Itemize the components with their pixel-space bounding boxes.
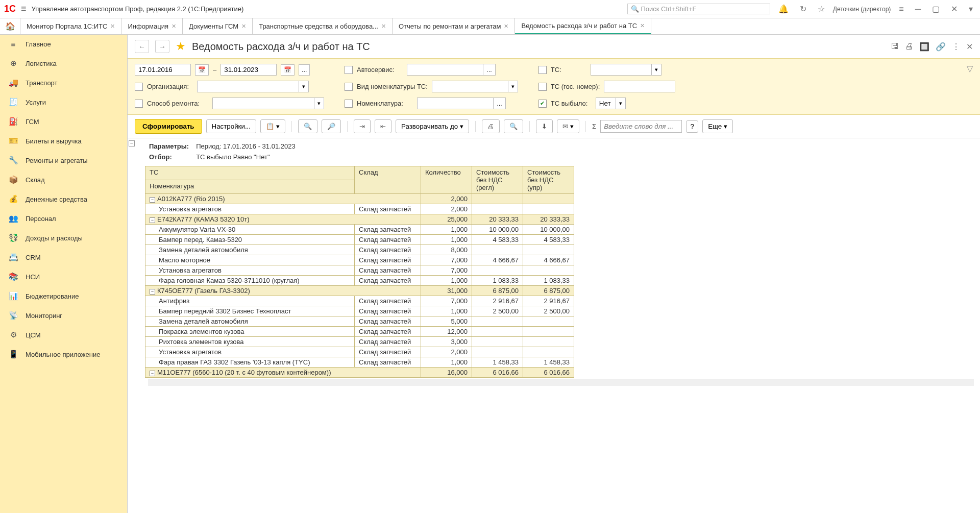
table-row[interactable]: Замена деталей автомобиляСклад запчастей…: [145, 316, 574, 327]
print-preview-button[interactable]: 🔍: [504, 119, 523, 133]
more-button[interactable]: Еще ▾: [702, 119, 733, 133]
nav-item[interactable]: ⛽ГСМ: [0, 112, 127, 131]
calendar-from-icon[interactable]: 📅: [195, 64, 209, 76]
close-page-icon[interactable]: ✕: [966, 42, 973, 52]
ts-dropdown-icon[interactable]: ▾: [652, 64, 662, 76]
vidnomen-checkbox[interactable]: [345, 83, 353, 91]
tab[interactable]: Монитор Портала 1С:ИТС✕: [20, 18, 121, 34]
close-icon[interactable]: ✕: [948, 4, 961, 14]
table-row[interactable]: Рихтовка элементов кузоваСклад запчастей…: [145, 337, 574, 347]
ts-checkbox[interactable]: [538, 66, 547, 74]
nav-item[interactable]: 🚚Транспорт: [0, 73, 127, 92]
collapse-button[interactable]: ⇥: [354, 119, 371, 133]
table-row[interactable]: Замена деталей автомобиляСклад запчастей…: [145, 245, 574, 255]
nav-back-button[interactable]: ←: [135, 40, 149, 53]
nav-item[interactable]: ⚙ЦСМ: [0, 325, 127, 345]
menu-icon[interactable]: ≡: [21, 4, 27, 14]
row-toggle-icon[interactable]: −: [150, 217, 155, 223]
autoservice-checkbox[interactable]: [345, 66, 353, 74]
print-button[interactable]: 🖨: [482, 119, 500, 133]
find-next-button[interactable]: 🔎: [322, 119, 341, 133]
vidnomen-input[interactable]: [432, 81, 508, 92]
table-row[interactable]: Покраска элементов кузоваСклад запчастей…: [145, 327, 574, 337]
print-icon[interactable]: 🖨: [905, 42, 913, 52]
table-row[interactable]: Фара головная Камаз 5320-3711010 (кругла…: [145, 276, 574, 286]
bell-icon[interactable]: 🔔: [775, 4, 792, 14]
filter-toggle-icon[interactable]: ▽: [967, 64, 973, 109]
tab[interactable]: Транспортные средства и оборудова...✕: [253, 18, 393, 34]
send-email-button[interactable]: ✉▾: [557, 119, 579, 133]
nav-item[interactable]: ⊕Логистика: [0, 54, 127, 73]
vidnomen-dropdown-icon[interactable]: ▾: [508, 81, 518, 92]
tsgos-checkbox[interactable]: [538, 83, 547, 91]
tab[interactable]: Документы ГСМ✕: [183, 18, 253, 34]
nav-item[interactable]: 🧾Услуги: [0, 92, 127, 112]
table-row[interactable]: Бампер перед. Камаз-5320Склад запчастей1…: [145, 235, 574, 245]
nav-item[interactable]: 💱Доходы и расходы: [0, 228, 127, 248]
org-dropdown-icon[interactable]: ▾: [299, 81, 309, 92]
nav-item[interactable]: 📚НСИ: [0, 267, 127, 286]
history-icon[interactable]: ↻: [797, 4, 810, 14]
table-row[interactable]: −Е742КА777 (КАМАЗ 5320 10т)25,00020 333,…: [145, 214, 574, 225]
menu-toggle-icon[interactable]: ≡: [896, 5, 906, 14]
table-row[interactable]: Аккумулятор Varta VX-30Склад запчастей1,…: [145, 225, 574, 235]
nav-item[interactable]: ≡Главное: [0, 35, 127, 54]
table-row[interactable]: −К745ОЕ777 (Газель ГАЗ-3302)31,0006 875,…: [145, 286, 574, 296]
row-toggle-icon[interactable]: −: [150, 371, 155, 376]
table-row[interactable]: Установка агрегатовСклад запчастей2,000: [145, 347, 574, 357]
autoservice-dots-button[interactable]: …: [483, 64, 496, 76]
home-tab[interactable]: 🏠: [0, 18, 20, 34]
tab[interactable]: Информация✕: [121, 18, 183, 34]
tsleft-checkbox[interactable]: [538, 100, 547, 108]
tab[interactable]: Отчеты по ремонтам и агрегатам✕: [393, 18, 516, 34]
table-row[interactable]: Бампер передний 3302 Бизнес ТехнопластСк…: [145, 306, 574, 316]
table-row[interactable]: −А012КА777 (Rio 2015)2,000: [145, 194, 574, 204]
horizontal-scrollbar[interactable]: [148, 379, 974, 386]
nav-item[interactable]: 👥Персонал: [0, 209, 127, 228]
preview-icon[interactable]: 🔲: [919, 42, 929, 52]
tsleft-input[interactable]: [596, 97, 616, 109]
nav-item[interactable]: 📦Склад: [0, 170, 127, 189]
find-button[interactable]: 🔍: [298, 119, 317, 133]
link-icon[interactable]: 🔗: [936, 42, 946, 52]
date-to-input[interactable]: [220, 64, 277, 76]
username[interactable]: Деточкин (директор): [833, 6, 891, 13]
nav-item[interactable]: 📇CRM: [0, 248, 127, 267]
tab-close-icon[interactable]: ✕: [172, 23, 176, 30]
autoservice-input[interactable]: [407, 64, 483, 76]
ts-input[interactable]: [591, 64, 652, 76]
generate-button[interactable]: Сформировать: [135, 119, 202, 134]
expand-button[interactable]: ⇤: [375, 119, 391, 133]
nav-fwd-button[interactable]: →: [155, 40, 169, 53]
tab-close-icon[interactable]: ✕: [110, 23, 115, 30]
table-row[interactable]: Масло моторноеСклад запчастей7,0004 666,…: [145, 255, 574, 265]
tab[interactable]: Ведомость расхода з/ч и работ на ТС✕: [515, 18, 651, 34]
tree-toggle[interactable]: −: [129, 140, 135, 146]
dropdown-icon[interactable]: ▾: [966, 4, 976, 14]
table-row[interactable]: Установка агрегатовСклад запчастей7,000: [145, 265, 574, 276]
sum-icon[interactable]: Σ: [592, 123, 596, 130]
tab-close-icon[interactable]: ✕: [241, 23, 246, 30]
help-button[interactable]: ?: [686, 120, 698, 133]
nav-item[interactable]: 📱Мобильное приложение: [0, 345, 127, 364]
tab-close-icon[interactable]: ✕: [640, 22, 645, 29]
table-row[interactable]: −М11ОЕ777 (6560-110 (20 т. с 40 футовым …: [145, 368, 574, 378]
maximize-icon[interactable]: ▢: [929, 4, 943, 14]
tab-close-icon[interactable]: ✕: [381, 23, 386, 30]
expand-to-button[interactable]: Разворачивать до ▾: [396, 119, 469, 133]
calendar-to-icon[interactable]: 📅: [281, 64, 295, 76]
table-row[interactable]: Установка агрегатовСклад запчастей2,000: [145, 204, 574, 214]
org-checkbox[interactable]: [135, 83, 143, 91]
more-icon[interactable]: ⋮: [952, 42, 960, 52]
nomen-input[interactable]: [417, 97, 494, 109]
nav-item[interactable]: 📡Мониторинг: [0, 306, 127, 325]
tsgos-input[interactable]: [604, 81, 675, 92]
nav-item[interactable]: 🎫Билеты и выручка: [0, 131, 127, 151]
tsleft-dropdown-icon[interactable]: ▾: [616, 97, 626, 109]
nav-item[interactable]: 🔧Ремонты и агрегаты: [0, 151, 127, 170]
table-row[interactable]: АнтифризСклад запчастей7,0002 916,672 91…: [145, 296, 574, 306]
repair-input[interactable]: [212, 97, 314, 109]
nav-item[interactable]: 📊Бюджетирование: [0, 286, 127, 306]
word-search-input[interactable]: [600, 120, 682, 133]
nav-item[interactable]: 💰Денежные средства: [0, 189, 127, 209]
